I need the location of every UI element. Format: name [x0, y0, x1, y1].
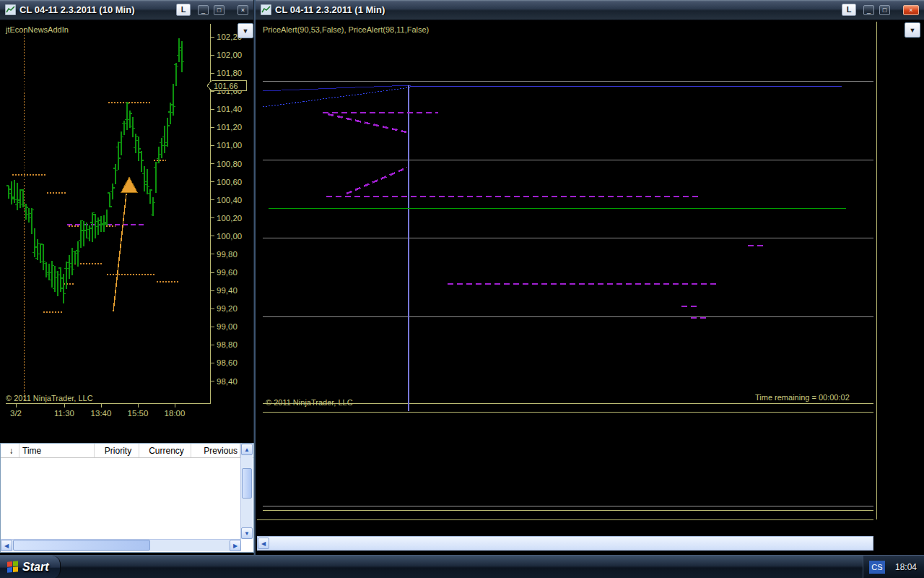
svg-text:100,20: 100,20	[217, 214, 242, 223]
news-table: ↓ Time Priority Currency Previous ▲ ▼ ◀ …	[0, 443, 254, 553]
svg-text:100,00: 100,00	[217, 232, 242, 241]
windows-logo-icon	[7, 561, 18, 573]
svg-text:100,80: 100,80	[217, 160, 242, 168]
svg-text:101,80: 101,80	[217, 69, 242, 77]
news-table-header[interactable]: ↓ Time Priority Currency Previous	[1, 444, 253, 458]
svg-text:99,80: 99,80	[217, 250, 237, 259]
taskbar-clock[interactable]: 18:04	[895, 562, 917, 572]
svg-text:101,40: 101,40	[217, 105, 242, 113]
svg-text:100,40: 100,40	[217, 196, 242, 204]
column-header-currency[interactable]: Currency	[139, 444, 191, 457]
sort-arrow-icon[interactable]: ↓	[1, 444, 19, 457]
svg-text:101,20: 101,20	[217, 123, 242, 131]
svg-text:18:00: 18:00	[165, 409, 186, 418]
system-tray: CS 18:04	[863, 556, 924, 578]
left-copyright: © 2011 NinjaTrader, LLC	[6, 394, 93, 402]
link-button[interactable]: L	[176, 4, 191, 16]
news-vscrollbar[interactable]: ▲ ▼	[240, 444, 253, 539]
column-header-previous[interactable]: Previous	[191, 444, 240, 457]
scroll-left-icon[interactable]: ◀	[258, 538, 269, 549]
chart-window-icon	[261, 4, 271, 15]
right-indicator-label: PriceAlert(90,53,False), PriceAlert(98,1…	[263, 25, 429, 34]
right-titlebar[interactable]: CL 04-11 2.3.2011 (1 Min) L _ □ ×	[256, 0, 924, 20]
svg-text:99,20: 99,20	[217, 304, 237, 313]
svg-text:11:30: 11:30	[54, 409, 74, 418]
start-button[interactable]: Start	[0, 556, 61, 578]
svg-text:99,40: 99,40	[217, 286, 237, 295]
left-price-chart[interactable]: 102,20102,00101,80101,60101,40101,20101,…	[0, 0, 254, 443]
svg-text:100,60: 100,60	[217, 178, 242, 186]
left-chart-dropdown-button[interactable]: ▼	[237, 23, 253, 38]
svg-text:13:40: 13:40	[91, 409, 112, 418]
left-indicator-label: jtEconNewsAddIn	[6, 25, 69, 34]
right-copyright: © 2011 NinjaTrader, LLC	[266, 398, 353, 407]
maximize-button[interactable]: □	[879, 5, 890, 15]
scroll-left-icon[interactable]: ◀	[1, 540, 12, 551]
minimize-button[interactable]: _	[198, 5, 209, 15]
svg-text:99,00: 99,00	[217, 322, 237, 331]
left-chart-window: CL 04-11 2.3.2011 (10 Min) L _ □ × 102,2…	[0, 0, 254, 555]
right-chart-window: CL 04-11 2.3.2011 (1 Min) L _ □ × PriceA…	[254, 0, 924, 555]
right-chart-dropdown-button[interactable]: ▼	[905, 22, 920, 38]
column-header-time[interactable]: Time	[19, 444, 95, 457]
close-button[interactable]: ×	[237, 5, 248, 15]
left-titlebar[interactable]: CL 04-11 2.3.2011 (10 Min) L _ □ ×	[0, 0, 253, 20]
news-hscrollbar[interactable]: ◀ ▶	[1, 539, 241, 551]
close-button[interactable]: ×	[903, 5, 919, 15]
svg-text:98,60: 98,60	[217, 358, 237, 367]
right-window-title: CL 04-11 2.3.2011 (1 Min)	[275, 4, 838, 15]
time-remaining-label: Time remaining = 00:00:02	[755, 393, 850, 402]
svg-text:102,00: 102,00	[217, 51, 242, 59]
column-header-priority[interactable]: Priority	[95, 444, 139, 457]
chart-window-icon	[5, 4, 16, 15]
hscroll-thumb[interactable]	[13, 540, 150, 551]
link-button[interactable]: L	[842, 4, 856, 16]
minimize-button[interactable]: _	[863, 5, 874, 15]
svg-text:98,40: 98,40	[217, 377, 237, 386]
svg-text:3/2: 3/2	[10, 409, 22, 418]
svg-text:15:50: 15:50	[128, 409, 149, 418]
right-hscrollbar[interactable]: ◀	[257, 536, 873, 551]
desktop: CL 04-11 2.3.2011 (10 Min) L _ □ × 102,2…	[0, 0, 924, 578]
scroll-down-icon[interactable]: ▼	[241, 527, 253, 539]
maximize-button[interactable]: □	[214, 5, 225, 15]
svg-text:101,00: 101,00	[217, 141, 242, 150]
svg-text:101,66: 101,66	[214, 82, 238, 90]
taskbar: Start CS 18:04	[0, 555, 924, 578]
left-window-title: CL 04-11 2.3.2011 (10 Min)	[19, 4, 173, 15]
scroll-right-icon[interactable]: ▶	[230, 540, 241, 551]
svg-text:98,80: 98,80	[217, 340, 237, 349]
language-indicator[interactable]: CS	[869, 561, 885, 574]
right-price-chart[interactable]	[256, 0, 924, 536]
start-label: Start	[22, 561, 48, 574]
vscroll-thumb[interactable]	[242, 468, 252, 499]
scroll-up-icon[interactable]: ▲	[241, 444, 253, 455]
svg-text:99,60: 99,60	[217, 268, 237, 277]
